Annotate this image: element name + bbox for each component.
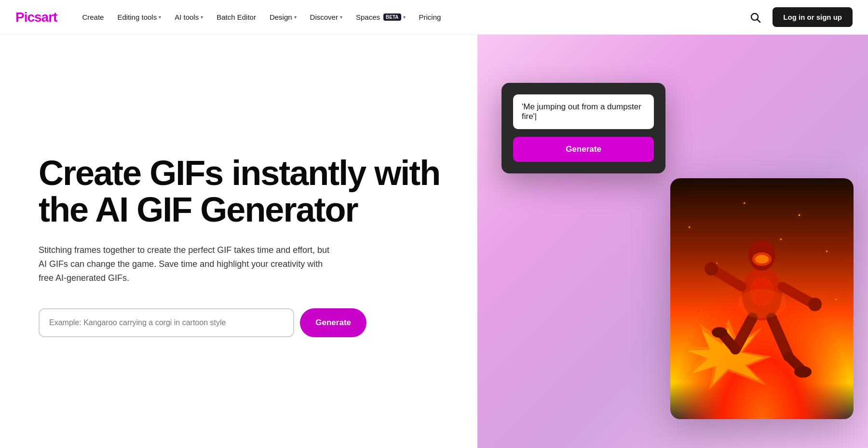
svg-point-5 — [755, 255, 769, 264]
logo[interactable]: Picsart — [15, 10, 57, 25]
nav-links: Create Editing tools ▾ AI tools ▾ Batch … — [76, 9, 746, 25]
nav-label-design: Design — [270, 13, 292, 21]
svg-line-12 — [772, 318, 788, 356]
nav-label-create: Create — [82, 13, 104, 21]
search-button[interactable] — [746, 8, 765, 27]
nav-label-ai-tools: AI tools — [175, 13, 199, 21]
spaces-beta-badge: BETA — [383, 13, 401, 21]
ai-prompt-card: 'Me jumping out from a dumpster fire'| G… — [502, 83, 665, 173]
hero-left-panel: Create GIFs instantly with the AI GIF Ge… — [0, 35, 477, 448]
nav-item-create[interactable]: Create — [76, 9, 109, 25]
svg-point-15 — [712, 327, 727, 338]
action-figure-card — [670, 178, 854, 419]
hero-right-panel: 'Me jumping out from a dumpster fire'| G… — [477, 35, 868, 448]
nav-label-discover: Discover — [310, 13, 338, 21]
nav-label-editing-tools: Editing tools — [117, 13, 157, 21]
nav-item-editing-tools[interactable]: Editing tools ▾ — [111, 9, 167, 25]
chevron-down-icon: ▾ — [201, 14, 203, 20]
chevron-down-icon: ▾ — [403, 14, 406, 20]
hero-description: Stitching frames together to create the … — [39, 243, 338, 285]
nav-item-spaces[interactable]: Spaces BETA ▾ — [350, 9, 411, 25]
fire-scene — [670, 178, 854, 419]
svg-line-6 — [714, 270, 742, 287]
nav-item-discover[interactable]: Discover ▾ — [304, 9, 348, 25]
svg-line-10 — [735, 318, 752, 349]
login-button[interactable]: Log in or sign up — [773, 7, 853, 27]
svg-line-8 — [782, 287, 813, 303]
hero-title: Create GIFs instantly with the AI GIF Ge… — [39, 155, 448, 228]
hero-input-row: Generate — [39, 308, 366, 337]
svg-point-17 — [738, 289, 786, 318]
action-figure-svg — [699, 207, 825, 390]
nav-label-spaces: Spaces — [356, 13, 380, 21]
chevron-down-icon: ▾ — [294, 14, 297, 20]
nav-label-batch-editor: Batch Editor — [217, 13, 256, 21]
svg-point-9 — [808, 298, 822, 311]
search-icon — [749, 12, 761, 23]
hero-section: Create GIFs instantly with the AI GIF Ge… — [0, 35, 868, 448]
ai-card-prompt-text: 'Me jumping out from a dumpster fire'| — [513, 94, 654, 129]
nav-item-design[interactable]: Design ▾ — [264, 9, 302, 25]
hero-generate-button[interactable]: Generate — [300, 308, 366, 337]
svg-line-1 — [758, 19, 760, 22]
gif-prompt-input[interactable] — [39, 308, 294, 337]
svg-point-14 — [794, 366, 812, 378]
chevron-down-icon: ▾ — [340, 14, 342, 20]
svg-point-7 — [705, 262, 718, 276]
nav-item-pricing[interactable]: Pricing — [413, 9, 447, 25]
navbar: Picsart Create Editing tools ▾ AI tools … — [0, 0, 868, 35]
chevron-down-icon: ▾ — [159, 14, 161, 20]
nav-right-actions: Log in or sign up — [746, 7, 853, 27]
ai-card-generate-button[interactable]: Generate — [513, 137, 654, 162]
nav-item-ai-tools[interactable]: AI tools ▾ — [169, 9, 209, 25]
nav-item-batch-editor[interactable]: Batch Editor — [211, 9, 262, 25]
nav-label-pricing: Pricing — [419, 13, 441, 21]
